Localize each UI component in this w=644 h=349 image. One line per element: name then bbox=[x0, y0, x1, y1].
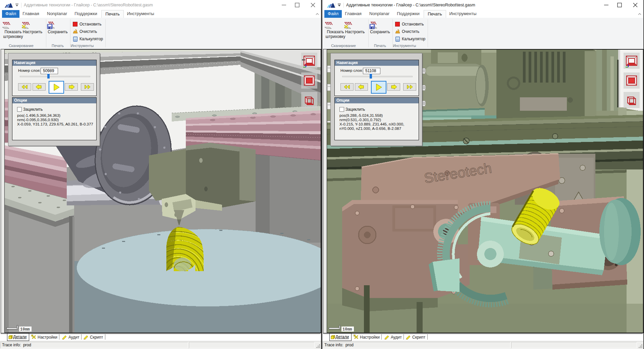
svg-text:10mm: 10mm bbox=[20, 327, 30, 332]
svg-text:10mm: 10mm bbox=[342, 327, 352, 332]
